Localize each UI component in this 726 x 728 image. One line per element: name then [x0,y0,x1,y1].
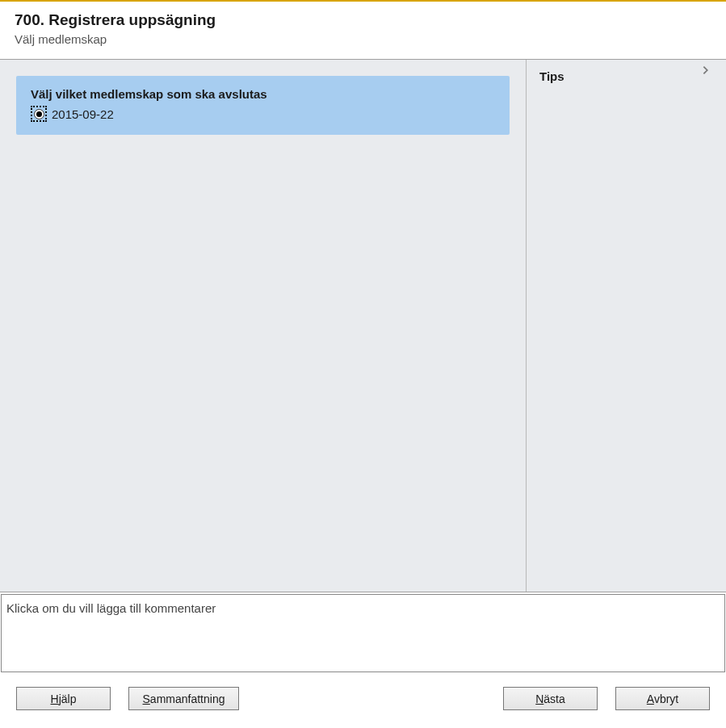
radio-focus-ring [31,106,47,122]
content-area: Välj vilket medlemskap som ska avslutas … [0,59,726,592]
collapse-icon[interactable] [700,65,711,79]
membership-selection-box: Välj vilket medlemskap som ska avslutas … [16,76,510,135]
main-panel: Välj vilket medlemskap som ska avslutas … [0,60,526,592]
page-subtitle: Välj medlemskap [15,32,711,46]
button-bar: Hjälp Sammanfattning Nästa Avbryt [0,672,726,728]
next-button[interactable]: Nästa [503,687,598,710]
help-button[interactable]: Hjälp [16,687,111,710]
cancel-button[interactable]: Avbryt [615,687,710,710]
comment-input[interactable]: Klicka om du vill lägga till kommentarer [1,594,725,672]
selection-heading: Välj vilket medlemskap som ska avslutas [31,87,495,101]
tips-panel: Tips [526,60,726,592]
radio-button-icon [34,109,44,119]
header: 700. Registrera uppsägning Välj medlemsk… [0,2,726,59]
radio-selected-dot [36,111,42,117]
tips-title: Tips [539,69,713,83]
membership-radio-row[interactable]: 2015-09-22 [31,106,495,122]
page-title: 700. Registrera uppsägning [15,11,711,29]
comment-placeholder-text: Klicka om du vill lägga till kommentarer [6,601,720,615]
summary-button[interactable]: Sammanfattning [128,687,239,710]
membership-date-label: 2015-09-22 [52,107,114,121]
